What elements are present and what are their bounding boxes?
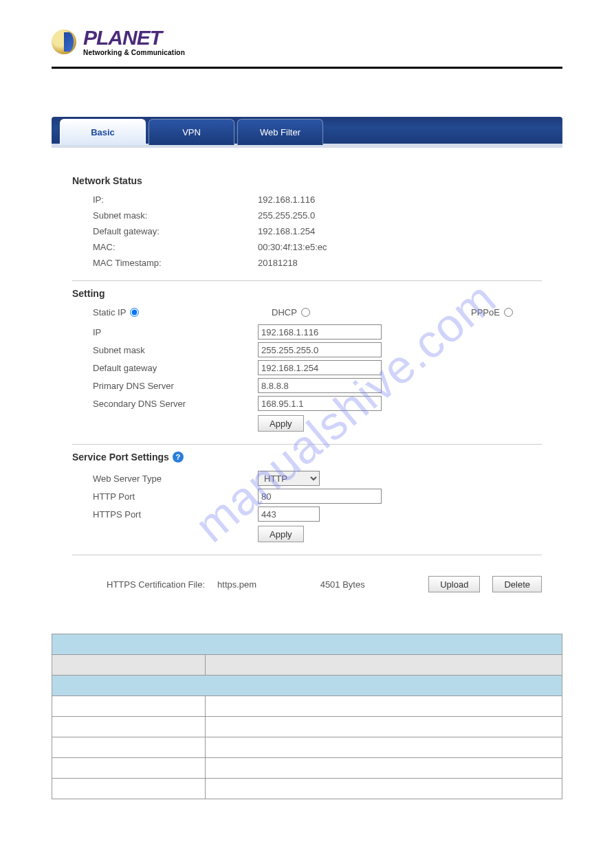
status-value: 192.168.1.254 [258, 226, 542, 236]
divider [72, 280, 542, 281]
form-label: Web Server Type [93, 474, 258, 484]
status-row-subnet: Subnet mask: 255.255.255.0 [93, 210, 542, 221]
form-label: HTTP Port [93, 491, 258, 502]
cert-label: HTTPS Certification File: [107, 579, 205, 590]
brand-tagline: Networking & Communication [83, 49, 185, 56]
service-port-form: Web Server Type HTTP HTTP Port HTTPS Por… [72, 471, 542, 522]
status-label: MAC Timestamp: [93, 258, 258, 268]
table-cell [52, 779, 206, 799]
radio-pppoe[interactable]: PPPoE [471, 307, 513, 318]
status-row-gateway: Default gateway: 192.168.1.254 [93, 226, 542, 236]
status-value: 20181218 [258, 258, 542, 268]
brand-logo-icon [52, 30, 76, 54]
brand-name: PLANET [83, 27, 185, 48]
ip-input[interactable] [258, 324, 382, 340]
section-title-text: Service Port Settings [72, 452, 169, 463]
upload-cert-button[interactable]: Upload [428, 576, 480, 592]
gateway-input[interactable] [258, 360, 382, 375]
delete-cert-button[interactable]: Delete [492, 576, 542, 592]
webserver-type-select[interactable]: HTTP [258, 471, 320, 486]
tab-label: Basic [91, 127, 115, 137]
form-label: IP [93, 327, 258, 337]
form-label: Subnet mask [93, 345, 258, 355]
http-port-input[interactable] [258, 489, 382, 504]
radio-input-pppoe[interactable] [504, 308, 513, 317]
table-cell [52, 676, 562, 696]
ip-mode-radio-row: Static IP DHCP PPPoE [72, 307, 542, 318]
section-title-network-status: Network Status [72, 175, 542, 186]
radio-label: PPPoE [471, 307, 500, 318]
table-cell [205, 758, 562, 779]
form-row-http-port: HTTP Port [93, 489, 542, 504]
section-title-setting: Setting [72, 288, 542, 299]
form-row-dns2: Secondary DNS Server [93, 396, 542, 411]
table-cell [52, 758, 206, 779]
tabbar: Basic VPN Web Filter [52, 117, 562, 148]
table-cell [52, 737, 206, 758]
form-label: HTTPS Port [93, 509, 258, 520]
form-row-ip: IP [93, 324, 542, 340]
tab-label: Web Filter [260, 127, 300, 137]
table-cell [205, 717, 562, 737]
status-label: MAC: [93, 242, 258, 252]
status-value: 255.255.255.0 [258, 210, 542, 221]
divider [72, 555, 542, 555]
status-row-mac-ts: MAC Timestamp: 20181218 [93, 258, 542, 268]
help-icon[interactable]: ? [173, 452, 184, 463]
radio-input-static[interactable] [130, 308, 139, 317]
table-cell [205, 696, 562, 717]
https-port-input[interactable] [258, 507, 320, 522]
form-row-webserver-type: Web Server Type HTTP [93, 471, 542, 486]
content-area: Network Status IP: 192.168.1.116 Subnet … [52, 148, 562, 613]
divider [72, 444, 542, 445]
network-status-grid: IP: 192.168.1.116 Subnet mask: 255.255.2… [72, 194, 542, 268]
table-cell [52, 696, 206, 717]
tab-web-filter[interactable]: Web Filter [237, 119, 323, 145]
table-cell [52, 717, 206, 737]
table-cell [205, 737, 562, 758]
tab-vpn[interactable]: VPN [149, 119, 234, 145]
blank-table [52, 634, 562, 799]
apply-setting-button[interactable]: Apply [258, 415, 304, 432]
form-label: Secondary DNS Server [93, 399, 258, 409]
table-cell [205, 779, 562, 799]
cert-file: https.pem [217, 579, 256, 590]
dns2-input[interactable] [258, 396, 382, 411]
brand-text: PLANET Networking & Communication [83, 27, 185, 56]
status-label: Subnet mask: [93, 210, 258, 221]
https-cert-row: HTTPS Certification File: https.pem 4501… [72, 576, 542, 592]
form-row-https-port: HTTPS Port [93, 507, 542, 522]
status-row-mac: MAC: 00:30:4f:13:e5:ec [93, 242, 542, 252]
form-label: Default gateway [93, 363, 258, 373]
radio-static-ip[interactable]: Static IP [93, 307, 272, 318]
app-frame: Basic VPN Web Filter Network Status IP: … [52, 117, 562, 613]
form-row-dns1: Primary DNS Server [93, 378, 542, 393]
status-row-ip: IP: 192.168.1.116 [93, 194, 542, 205]
cert-size: 4501 Bytes [320, 579, 365, 590]
dns1-input[interactable] [258, 378, 382, 393]
tab-basic[interactable]: Basic [60, 119, 146, 145]
table-cell [52, 655, 206, 676]
subnet-input[interactable] [258, 342, 382, 357]
radio-input-dhcp[interactable] [301, 308, 310, 317]
apply-service-port-button[interactable]: Apply [258, 526, 304, 542]
tab-label: VPN [182, 127, 201, 137]
form-label: Primary DNS Server [93, 381, 258, 391]
section-title-service-port: Service Port Settings ? [72, 452, 542, 463]
form-row-gateway: Default gateway [93, 360, 542, 375]
brand-header: PLANET Networking & Communication [52, 27, 562, 69]
status-label: IP: [93, 194, 258, 205]
radio-dhcp[interactable]: DHCP [272, 307, 471, 318]
setting-form: IP Subnet mask Default gateway Primary D… [72, 324, 542, 411]
radio-label: Static IP [93, 307, 126, 318]
status-value: 192.168.1.116 [258, 194, 542, 205]
table-cell [205, 655, 562, 676]
status-value: 00:30:4f:13:e5:ec [258, 242, 542, 252]
radio-label: DHCP [272, 307, 297, 318]
status-label: Default gateway: [93, 226, 258, 236]
form-row-subnet: Subnet mask [93, 342, 542, 357]
table-cell [52, 634, 562, 655]
